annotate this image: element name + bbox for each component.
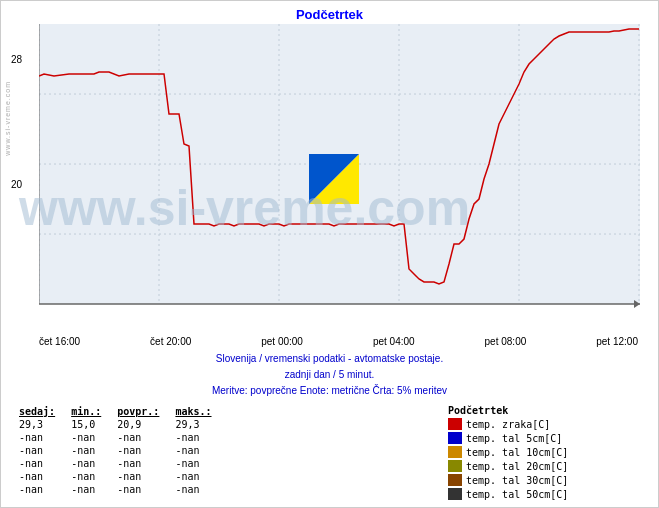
main-container: Podčetrtek 28 20 xyxy=(0,0,659,508)
legend-row: temp. tal 10cm[C] xyxy=(448,446,648,458)
cell-min-0: 15,0 xyxy=(63,418,109,431)
legend-row: temp. tal 30cm[C] xyxy=(448,474,648,486)
cell-min-4: -nan xyxy=(63,470,109,483)
cell-maks-5: -nan xyxy=(167,483,219,496)
cell-maks-2: -nan xyxy=(167,444,219,457)
cell-sedaj-0: 29,3 xyxy=(11,418,63,431)
cell-maks-3: -nan xyxy=(167,457,219,470)
watermark-logo xyxy=(309,154,359,204)
cell-sedaj-5: -nan xyxy=(11,483,63,496)
legend-color-box xyxy=(448,460,462,472)
x-label-3: pet 04:00 xyxy=(373,336,415,347)
col-header-povpr: povpr.: xyxy=(109,405,167,418)
legend-label: temp. tal 50cm[C] xyxy=(466,489,568,500)
cell-povpr-4: -nan xyxy=(109,470,167,483)
cell-sedaj-3: -nan xyxy=(11,457,63,470)
table-row: -nan-nan-nan-nan xyxy=(11,457,220,470)
chart-wrapper: 28 20 xyxy=(39,24,638,334)
stats-section: sedaj: min.: povpr.: maks.: 29,315,020,9… xyxy=(11,405,648,502)
page-title: Podčetrtek xyxy=(1,1,658,24)
legend-color-box xyxy=(448,432,462,444)
legend-row: temp. tal 50cm[C] xyxy=(448,488,648,500)
x-label-2: pet 00:00 xyxy=(261,336,303,347)
x-label-1: čet 20:00 xyxy=(150,336,191,347)
cell-min-1: -nan xyxy=(63,431,109,444)
table-row: -nan-nan-nan-nan xyxy=(11,431,220,444)
cell-sedaj-2: -nan xyxy=(11,444,63,457)
cell-min-2: -nan xyxy=(63,444,109,457)
legend-row: temp. zraka[C] xyxy=(448,418,648,430)
table-row: 29,315,020,929,3 xyxy=(11,418,220,431)
legend-container: Podčetrtek temp. zraka[C]temp. tal 5cm[C… xyxy=(448,405,648,502)
x-label-4: pet 08:00 xyxy=(485,336,527,347)
col-header-min: min.: xyxy=(63,405,109,418)
legend-title: Podčetrtek xyxy=(448,405,648,416)
legend-color-box xyxy=(448,418,462,430)
legend-row: temp. tal 20cm[C] xyxy=(448,460,648,472)
col-header-sedaj: sedaj: xyxy=(11,405,63,418)
col-header-maks: maks.: xyxy=(167,405,219,418)
cell-povpr-3: -nan xyxy=(109,457,167,470)
legend-label: temp. tal 20cm[C] xyxy=(466,461,568,472)
table-row: -nan-nan-nan-nan xyxy=(11,444,220,457)
x-axis-labels: čet 16:00 čet 20:00 pet 00:00 pet 04:00 … xyxy=(39,336,638,347)
cell-maks-0: 29,3 xyxy=(167,418,219,431)
x-label-0: čet 16:00 xyxy=(39,336,80,347)
cell-povpr-5: -nan xyxy=(109,483,167,496)
cell-povpr-1: -nan xyxy=(109,431,167,444)
table-row: -nan-nan-nan-nan xyxy=(11,470,220,483)
table-row: -nan-nan-nan-nan xyxy=(11,483,220,496)
legend-color-box xyxy=(448,446,462,458)
cell-min-3: -nan xyxy=(63,457,109,470)
legend-label: temp. tal 10cm[C] xyxy=(466,447,568,458)
cell-min-5: -nan xyxy=(63,483,109,496)
cell-sedaj-1: -nan xyxy=(11,431,63,444)
cell-maks-4: -nan xyxy=(167,470,219,483)
subtitle-line-3: Meritve: povprečne Enote: metrične Črta:… xyxy=(1,383,658,399)
data-table-container: sedaj: min.: povpr.: maks.: 29,315,020,9… xyxy=(11,405,448,502)
cell-povpr-0: 20,9 xyxy=(109,418,167,431)
y-label-28: 28 xyxy=(11,54,22,65)
legend-label: temp. tal 5cm[C] xyxy=(466,433,562,444)
legend-color-box xyxy=(448,488,462,500)
legend-color-box xyxy=(448,474,462,486)
y-label-20: 20 xyxy=(11,179,22,190)
subtitle: Slovenija / vremenski podatki - avtomats… xyxy=(1,351,658,399)
subtitle-line-2: zadnji dan / 5 minut. xyxy=(1,367,658,383)
x-label-5: pet 12:00 xyxy=(596,336,638,347)
legend-label: temp. tal 30cm[C] xyxy=(466,475,568,486)
legend-row: temp. tal 5cm[C] xyxy=(448,432,648,444)
cell-sedaj-4: -nan xyxy=(11,470,63,483)
data-table: sedaj: min.: povpr.: maks.: 29,315,020,9… xyxy=(11,405,220,496)
cell-povpr-2: -nan xyxy=(109,444,167,457)
cell-maks-1: -nan xyxy=(167,431,219,444)
legend-label: temp. zraka[C] xyxy=(466,419,550,430)
side-watermark: www.si-vreme.com xyxy=(4,81,11,156)
subtitle-line-1: Slovenija / vremenski podatki - avtomats… xyxy=(1,351,658,367)
